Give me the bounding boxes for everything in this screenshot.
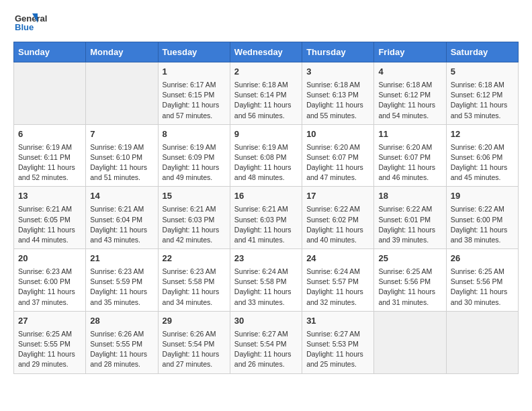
day-number: 21 [90, 253, 153, 265]
daylight-text: Daylight: 11 hours and 30 minutes. [451, 287, 508, 306]
weekday-header-saturday: Saturday [446, 42, 518, 62]
calendar-cell: 22Sunrise: 6:23 AMSunset: 5:58 PMDayligh… [158, 249, 230, 312]
calendar-cell: 14Sunrise: 6:21 AMSunset: 6:04 PMDayligh… [86, 187, 158, 249]
sunrise-text: Sunrise: 6:26 AM [90, 330, 144, 338]
daylight-text: Daylight: 11 hours and 27 minutes. [163, 350, 220, 368]
day-number: 11 [378, 128, 441, 141]
calendar-cell: 26Sunrise: 6:25 AMSunset: 5:56 PMDayligh… [446, 249, 518, 312]
sunset-text: Sunset: 6:08 PM [234, 153, 287, 161]
sunrise-text: Sunrise: 6:19 AM [234, 143, 288, 151]
sunrise-text: Sunrise: 6:20 AM [306, 143, 360, 151]
calendar-cell: 9Sunrise: 6:19 AMSunset: 6:08 PMDaylight… [230, 124, 302, 187]
weekday-header-friday: Friday [374, 42, 446, 62]
calendar-cell: 4Sunrise: 6:18 AMSunset: 6:12 PMDaylight… [374, 62, 446, 125]
day-number: 7 [90, 128, 153, 141]
sunrise-text: Sunrise: 6:23 AM [18, 267, 72, 275]
sunset-text: Sunset: 5:54 PM [163, 340, 215, 348]
sunrise-text: Sunrise: 6:18 AM [378, 81, 432, 89]
calendar-cell: 10Sunrise: 6:20 AMSunset: 6:07 PMDayligh… [302, 124, 374, 187]
week-row-1: 1Sunrise: 6:17 AMSunset: 6:15 PMDaylight… [14, 62, 519, 125]
day-number: 14 [90, 190, 153, 203]
daylight-text: Daylight: 11 hours and 43 minutes. [90, 226, 147, 244]
sunset-text: Sunset: 5:56 PM [378, 277, 431, 285]
sunset-text: Sunset: 5:55 PM [90, 340, 142, 348]
day-number: 5 [451, 66, 514, 79]
weekday-header-monday: Monday [86, 42, 158, 62]
daylight-text: Daylight: 11 hours and 26 minutes. [234, 350, 292, 368]
sunset-text: Sunset: 6:04 PM [90, 216, 142, 224]
calendar-table: SundayMondayTuesdayWednesdayThursdayFrid… [13, 42, 519, 374]
week-row-2: 6Sunrise: 6:19 AMSunset: 6:11 PMDaylight… [14, 124, 519, 187]
calendar-cell: 31Sunrise: 6:27 AMSunset: 5:53 PMDayligh… [302, 311, 374, 373]
day-number: 2 [234, 66, 298, 79]
sunrise-text: Sunrise: 6:25 AM [378, 267, 432, 275]
week-row-5: 27Sunrise: 6:25 AMSunset: 5:55 PMDayligh… [14, 311, 519, 373]
sunset-text: Sunset: 5:58 PM [234, 277, 287, 285]
daylight-text: Daylight: 11 hours and 34 minutes. [163, 287, 220, 306]
calendar-cell: 7Sunrise: 6:19 AMSunset: 6:10 PMDaylight… [86, 124, 158, 187]
day-number: 23 [234, 253, 298, 265]
sunrise-text: Sunrise: 6:20 AM [451, 143, 504, 151]
weekday-header-wednesday: Wednesday [230, 42, 302, 62]
sunrise-text: Sunrise: 6:18 AM [451, 81, 504, 89]
daylight-text: Daylight: 11 hours and 31 minutes. [378, 287, 435, 306]
sunrise-text: Sunrise: 6:21 AM [163, 205, 216, 213]
sunset-text: Sunset: 6:15 PM [163, 91, 215, 99]
sunset-text: Sunset: 6:14 PM [234, 91, 287, 99]
sunset-text: Sunset: 5:58 PM [163, 277, 215, 285]
sunrise-text: Sunrise: 6:27 AM [306, 330, 360, 338]
calendar-cell [374, 311, 446, 373]
sunset-text: Sunset: 6:09 PM [163, 153, 215, 161]
sunrise-text: Sunrise: 6:21 AM [90, 205, 144, 213]
calendar-cell: 24Sunrise: 6:24 AMSunset: 5:57 PMDayligh… [302, 249, 374, 312]
calendar-cell: 29Sunrise: 6:26 AMSunset: 5:54 PMDayligh… [158, 311, 230, 373]
sunset-text: Sunset: 6:12 PM [451, 91, 503, 99]
sunset-text: Sunset: 6:03 PM [234, 216, 287, 224]
calendar-cell: 5Sunrise: 6:18 AMSunset: 6:12 PMDaylight… [446, 62, 518, 125]
sunrise-text: Sunrise: 6:25 AM [18, 330, 72, 338]
calendar-cell: 6Sunrise: 6:19 AMSunset: 6:11 PMDaylight… [14, 124, 86, 187]
daylight-text: Daylight: 11 hours and 47 minutes. [306, 163, 363, 181]
sunset-text: Sunset: 6:02 PM [306, 216, 359, 224]
sunrise-text: Sunrise: 6:20 AM [378, 143, 432, 151]
day-number: 6 [18, 128, 81, 141]
sunrise-text: Sunrise: 6:24 AM [234, 267, 288, 275]
day-number: 16 [234, 190, 298, 203]
daylight-text: Daylight: 11 hours and 51 minutes. [90, 163, 147, 181]
day-number: 12 [451, 128, 514, 141]
sunrise-text: Sunrise: 6:26 AM [163, 330, 216, 338]
day-number: 24 [306, 253, 369, 265]
calendar-cell: 16Sunrise: 6:21 AMSunset: 6:03 PMDayligh… [230, 187, 302, 249]
sunset-text: Sunset: 6:12 PM [378, 91, 431, 99]
daylight-text: Daylight: 11 hours and 28 minutes. [90, 350, 147, 368]
sunrise-text: Sunrise: 6:21 AM [234, 205, 288, 213]
calendar-cell [14, 62, 86, 125]
sunset-text: Sunset: 6:03 PM [163, 216, 215, 224]
daylight-text: Daylight: 11 hours and 53 minutes. [451, 101, 508, 119]
daylight-text: Daylight: 11 hours and 49 minutes. [163, 163, 220, 181]
calendar-cell: 25Sunrise: 6:25 AMSunset: 5:56 PMDayligh… [374, 249, 446, 312]
daylight-text: Daylight: 11 hours and 57 minutes. [163, 101, 220, 119]
calendar-cell: 1Sunrise: 6:17 AMSunset: 6:15 PMDaylight… [158, 62, 230, 125]
sunrise-text: Sunrise: 6:22 AM [451, 205, 504, 213]
week-row-3: 13Sunrise: 6:21 AMSunset: 6:05 PMDayligh… [14, 187, 519, 249]
sunrise-text: Sunrise: 6:18 AM [306, 81, 360, 89]
logo-icon: General Blue [13, 11, 54, 35]
day-number: 19 [451, 190, 514, 203]
sunset-text: Sunset: 6:01 PM [378, 216, 431, 224]
sunrise-text: Sunrise: 6:23 AM [90, 267, 144, 275]
daylight-text: Daylight: 11 hours and 25 minutes. [306, 350, 363, 368]
day-number: 3 [306, 66, 369, 79]
sunrise-text: Sunrise: 6:21 AM [18, 205, 72, 213]
calendar-cell: 20Sunrise: 6:23 AMSunset: 6:00 PMDayligh… [14, 249, 86, 312]
daylight-text: Daylight: 11 hours and 54 minutes. [378, 101, 435, 119]
day-number: 31 [306, 315, 369, 328]
daylight-text: Daylight: 11 hours and 38 minutes. [451, 226, 508, 244]
day-number: 29 [163, 315, 226, 328]
sunrise-text: Sunrise: 6:27 AM [234, 330, 288, 338]
day-number: 25 [378, 253, 441, 265]
day-number: 15 [163, 190, 226, 203]
daylight-text: Daylight: 11 hours and 56 minutes. [234, 101, 292, 119]
daylight-text: Daylight: 11 hours and 52 minutes. [18, 163, 75, 181]
daylight-text: Daylight: 11 hours and 41 minutes. [234, 226, 292, 244]
